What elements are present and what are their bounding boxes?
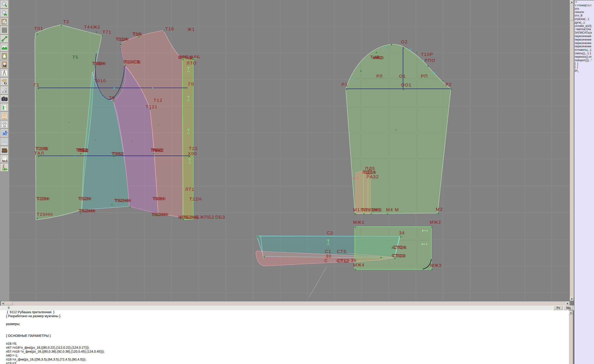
md-button[interactable]: Мд xyxy=(564,306,573,310)
text-list-tool-icon xyxy=(1,138,8,145)
editor-line[interactable] xyxy=(0,318,569,322)
tool-palette: MG83DALG xyxy=(0,0,9,301)
editor-line[interactable]: п16:=5; xyxy=(0,342,569,346)
command-list-item[interactable]: сжать((),..1.1 xyxy=(574,52,594,55)
text-list-tool-button[interactable] xyxy=(0,138,9,146)
measure-tool-button[interactable] xyxy=(0,35,9,43)
editor-line[interactable]: п19:=3; xyxy=(0,361,569,364)
garment-sketch-tool-button[interactable] xyxy=(0,120,9,129)
canvas-scroll-right-button[interactable]: ► xyxy=(566,301,570,305)
ruler-tool-button[interactable]: 8 xyxy=(0,86,9,94)
editor-line[interactable]: { Разработано на размер мужчины } xyxy=(0,314,569,318)
editor-line[interactable] xyxy=(0,338,569,342)
canvas-scroll-left-button[interactable]: ◄ xyxy=(1,301,5,305)
grid-tool-button[interactable] xyxy=(0,26,9,34)
command-list-item[interactable]: ЗАПИСАТЬ(и xyxy=(574,31,594,34)
command-list-item[interactable]: [ ] xyxy=(574,65,594,69)
library-tool-icon xyxy=(1,147,8,154)
command-list-item[interactable]: перенос((),от xyxy=(574,55,594,59)
view-piece-tool-button[interactable] xyxy=(0,18,9,26)
command-list-panel: :=т:=точка(т.х,тотллекалоотл_Вотрезок( ,… xyxy=(574,0,594,364)
editor-line[interactable] xyxy=(0,326,569,330)
canvas-scroll-down-button[interactable]: ▼ xyxy=(570,297,574,301)
svg-text:M: M xyxy=(3,64,7,68)
editor-scroll-up-button[interactable]: ▲ xyxy=(569,311,573,315)
image-tool-button[interactable] xyxy=(0,43,9,52)
editor-line[interactable] xyxy=(0,330,569,334)
zoom-out-tool-button[interactable] xyxy=(0,9,9,17)
pattern-drawing xyxy=(9,0,570,301)
command-list-item[interactable]: пересечение xyxy=(574,38,594,41)
report-tool-icon xyxy=(1,104,8,111)
editor-line[interactable]: п47:=п16*л_фнк(рз_16,((80,0.22),(112,0.2… xyxy=(0,346,569,350)
alg-tool-icon: ALG xyxy=(1,155,8,163)
editor-line[interactable]: п40:=-1; xyxy=(0,354,569,357)
command-list-item[interactable]: :=метка(точк xyxy=(574,28,594,31)
canvas-hscrollbar[interactable]: ◄ ► xyxy=(1,301,570,305)
drafting-tool-icon xyxy=(1,70,8,77)
drafting-tool-button[interactable] xyxy=(0,69,9,77)
svg-text:G: G xyxy=(4,81,7,85)
editor-line[interactable]: п57:=п16 *л_фнк(рз_16,((80,0.38),(92,0.3… xyxy=(0,350,569,354)
3d-tool-button[interactable]: 3D xyxy=(0,129,9,137)
rz-button[interactable]: Рз xyxy=(554,306,563,310)
command-list-item[interactable]: отл_В xyxy=(574,14,594,17)
pattern-piece-tool-icon xyxy=(1,53,8,60)
command-list-item[interactable]: дуга(,..); xyxy=(574,21,594,24)
command-list-item[interactable]: пересечение xyxy=(574,45,594,48)
pattern-piece-tool-button[interactable] xyxy=(0,52,9,60)
g-tool-button[interactable]: G xyxy=(0,78,9,86)
alg-tool-button[interactable]: ALG xyxy=(0,155,9,163)
library-tool-button[interactable] xyxy=(0,146,9,154)
command-list-item[interactable]: отложить(,..); xyxy=(574,48,594,52)
command-list-item[interactable]: { } xyxy=(574,62,594,65)
leader-line xyxy=(309,267,327,297)
piece-cuff[interactable] xyxy=(355,227,431,269)
command-list-item[interactable]: поворот(())..." xyxy=(574,59,594,62)
ruler-tool-icon: 8 xyxy=(1,87,8,94)
canvas-vscrollbar[interactable]: ▲ ▼ xyxy=(570,0,574,301)
3d-tool-icon: 3D xyxy=(1,130,8,137)
clear-tool-button[interactable] xyxy=(0,164,9,172)
view-piece-tool-icon xyxy=(1,18,8,25)
canvas-scroll-up-button[interactable]: ▲ xyxy=(570,0,574,4)
status-row: 0 Рз Мд xyxy=(0,305,574,310)
camera-tool-button[interactable] xyxy=(0,95,9,103)
garment-sketch-tool-icon xyxy=(1,121,8,128)
command-list-item[interactable]: пересечение xyxy=(574,34,594,38)
command-list-item[interactable]: сплайн_к[10] xyxy=(574,24,594,28)
editor-line[interactable]: { ОСНОВНЫЕ ПАРАМЕТРЫ } xyxy=(0,334,569,338)
editor-line[interactable]: п18:=л_фнк(рз_16,((56,3.5),(64,3.5),(72,… xyxy=(0,357,569,361)
camera-tool-icon xyxy=(1,95,8,102)
sleeve-slit xyxy=(356,171,371,213)
command-list-item[interactable]: лекало xyxy=(574,10,594,14)
g-tool-icon: G xyxy=(1,78,8,85)
command-list-item[interactable]: т:=точка(т.х,т xyxy=(574,4,594,7)
svg-text:ALG: ALG xyxy=(2,159,8,163)
cursor-coordinate: 0 xyxy=(8,306,9,310)
command-list-item[interactable]: отл xyxy=(574,7,594,11)
command-list-item[interactable]: отрезок( , ); xyxy=(574,17,594,21)
editor-vscrollbar[interactable]: ▲ xyxy=(569,311,573,364)
image-tool-icon xyxy=(1,44,8,51)
piece-placket[interactable] xyxy=(182,59,193,220)
command-list-item[interactable]: рз_ xyxy=(574,69,594,72)
command-list-item[interactable]: пересечение xyxy=(574,41,594,45)
svg-text:8: 8 xyxy=(5,90,6,93)
clear-tool-icon xyxy=(1,164,8,171)
canvas-hscroll-thumb[interactable] xyxy=(5,301,13,305)
model-photo-tool-icon xyxy=(1,113,8,120)
model-photo-tool-button[interactable] xyxy=(0,112,9,120)
command-list-item[interactable]: := xyxy=(574,0,594,4)
zoom-in-tool-icon xyxy=(1,1,8,8)
svg-text:3D: 3D xyxy=(3,132,7,136)
editor-line[interactable]: { 6112 Рубашка приталенная } xyxy=(0,310,569,314)
zoom-in-tool-button[interactable] xyxy=(0,0,9,9)
algorithm-editor[interactable]: { 6112 Рубашка приталенная }{ Разработан… xyxy=(0,310,569,364)
editor-line[interactable]: размеры; xyxy=(0,322,569,326)
canvas-vscroll-thumb[interactable] xyxy=(570,4,574,20)
pattern-cad-app: Т01Т3Т44Ж2Т71Т5Т8ВНТ8ВНТ11НТ11НТ16Т16Т16… xyxy=(0,0,594,364)
pattern-m-tool-icon: M xyxy=(1,61,8,68)
pattern-m-tool-button[interactable]: M xyxy=(0,60,9,69)
report-tool-button[interactable] xyxy=(0,103,9,112)
